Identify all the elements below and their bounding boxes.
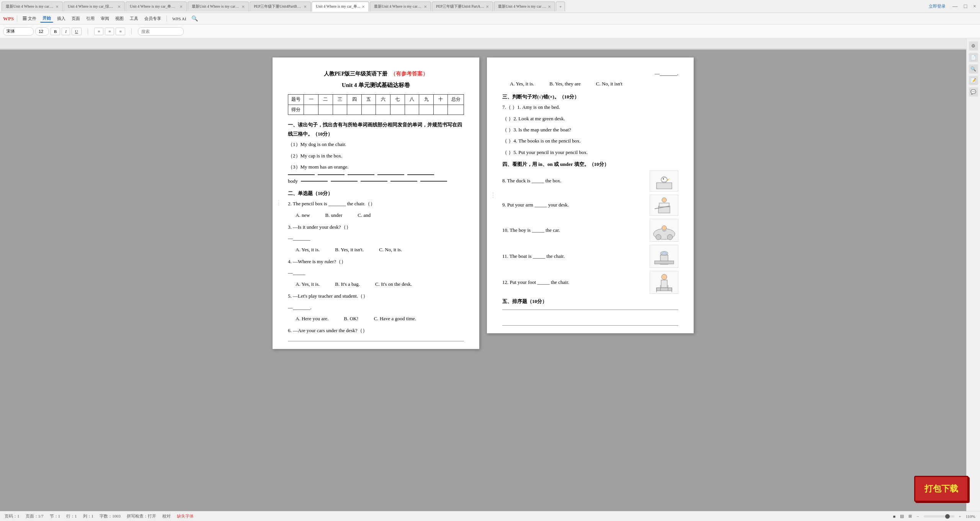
sidebar-icon-1[interactable]: ⚙ [969,41,978,51]
svg-point-10 [656,234,661,240]
document-tab-4[interactable]: PEP三年级下册Unit4PartB双减分...✕ [250,2,311,11]
sidebar-icon-2[interactable]: 📄 [969,53,978,62]
minimize-btn[interactable]: — [950,3,960,10]
score-10 [433,105,448,115]
align-left[interactable]: ≡ [94,28,103,35]
sidebar-icon-4[interactable]: 📝 [969,76,978,85]
menu-tools[interactable]: 工具 [127,15,140,22]
q5-blank: —_______. [288,303,464,312]
q1-item2: （2）My cap is in the box. [288,151,464,160]
menu-insert[interactable]: 插入 [55,15,68,22]
status-row: 行：1 [66,513,77,519]
align-right[interactable]: ≡ [116,28,125,35]
table-header-9: 九 [419,95,434,105]
q11-row: 11. The boat is _____ the chair. [502,245,678,268]
maximize-btn[interactable]: □ [962,3,969,10]
left-page: ⋮ 人教PEP版三年级英语下册 （有参考答案） Unit 4 单元测试基础达标卷… [273,57,479,349]
document-tab-3[interactable]: 最新Unit 4 Where is my car? 单...✕ [188,2,249,11]
q5-choice-c: C. Have a good time. [374,314,416,323]
zoom-out-btn[interactable]: − [916,514,919,519]
table-header-5: 五 [361,95,376,105]
view-icon-1[interactable]: ■ [893,514,896,519]
q5-block: 5. —Let's play teacher and student.（） —_… [288,292,464,323]
menu-vip[interactable]: 会员专享 [142,15,163,22]
toolbar-sep2 [167,16,167,22]
zoom-slider[interactable] [924,515,954,518]
q11-fill-text: 11. The boat is _____ the chair. [502,252,650,260]
close-btn[interactable]: × [971,3,978,10]
q3-text: 3. —Is it under your desk?（） [288,223,464,231]
menu-home[interactable]: 开始 [40,15,53,23]
score-5 [361,105,376,115]
menu-view[interactable]: 视图 [113,15,126,22]
bold-btn[interactable]: B [51,28,60,35]
font-controls: B I U [3,27,82,36]
section3-title: 三、判断句子对(√)错(×)。（10分） [502,92,678,101]
toolbar-sep [17,16,17,22]
q3-choices: A. Yes, it is. B. Yes, it isn't. C. No, … [296,245,464,254]
document-tab-5[interactable]: Unit 4 Where is my car_单...✕ [312,2,369,11]
score-7 [390,105,405,115]
q7-text: 7.（ ）1. Amy is on the bed. [502,103,678,111]
font-size-input[interactable] [35,27,49,36]
add-tab-button[interactable]: + [556,2,565,11]
menu-ref[interactable]: 引用 [84,15,97,22]
q3-choice-b: B. Yes, it isn't. [335,245,364,254]
document-tab-0[interactable]: 最新Unit 4 Where is my car? 单...✕ [2,2,63,11]
svg-point-2 [661,177,667,182]
document-tab-1[interactable]: Unit 4 Where is my car_综合套...✕ [64,2,125,11]
q6-choice-a: A. Yes, it is. [510,79,534,88]
login-btn[interactable]: 立即登录 [929,3,946,9]
score-label: 得分 [288,105,304,115]
menu-file[interactable]: ☰ 文件 [20,15,39,22]
underline-btn[interactable]: U [72,28,82,35]
sidebar-icon-5[interactable]: 💬 [969,87,978,97]
zoom-in-btn[interactable]: + [959,514,961,519]
q2-choice-a: A. new [296,211,310,220]
menu-page[interactable]: 页面 [69,15,82,22]
status-page: 页码：1 [5,513,20,519]
q6-continuation-blank: —_______. [502,69,678,78]
wps-ai-btn[interactable]: WPS AI [170,16,188,22]
score-8 [405,105,419,115]
italic-btn[interactable]: I [62,28,70,35]
table-header-10: 十 [433,95,448,105]
q12-fill-text: 12. Put your foot _____ the chair. [502,278,650,287]
menu-review[interactable]: 审阅 [98,15,111,22]
window-controls[interactable]: 立即登录 — □ × [929,3,978,10]
q8-row: 8. The duck is _____ the box. [502,170,678,192]
status-spell: 拼写检查：打开 [127,513,156,519]
q4-text: 4. —Where is my ruler?（） [288,257,464,266]
q9-fill-text: 9. Put your arm _____ your desk. [502,200,650,209]
search-icon[interactable]: 🔍 [191,15,198,22]
paragraph-controls: ≡ ≡ ≡ [94,28,125,35]
q10-fill-text: 10. The boy is _____ the car. [502,226,650,234]
document-tab-8[interactable]: 最新Unit 4 Where is my car 综...✕ [494,2,555,11]
document-tab-7[interactable]: PEP三年级下册Unit4 PartA双减分...✕ [432,2,493,11]
q1-item1: （1）My dog is on the chair. [288,140,464,149]
ribbon-search[interactable] [138,27,184,36]
q8-fill-text: 8. The duck is _____ the box. [502,176,650,185]
q5-choices: A. Here you are. B. OK! C. Have a good t… [296,314,464,323]
document-tab-6[interactable]: 最新Unit 4 Where is my car? 单...✕ [370,2,431,11]
view-icon-2[interactable]: ▤ [900,514,904,519]
font-name-input[interactable] [3,27,34,36]
q5-text: 5. —Let's play teacher and student.（） [288,292,464,300]
toolbar: WPS ☰ 文件 开始 插入 页面 引用 审阅 视图 工具 会员专享 WPS A… [0,13,980,25]
document-tab-2[interactable]: Unit 4 Where is my car_单元能力...✕ [126,2,187,11]
status-check: 校对 [162,513,171,519]
table-header-1: 一 [304,95,318,105]
svg-point-7 [662,198,666,202]
align-center[interactable]: ≡ [105,28,114,35]
view-icon-3[interactable]: ⊞ [908,514,912,519]
svg-point-12 [662,226,666,230]
q10-illustration [650,219,678,242]
blank-lines-area: body [288,174,464,185]
sidebar-icon-3[interactable]: 🔍 [969,64,978,74]
left-page-title: 人教PEP版三年级英语下册 （有参考答案） [288,69,464,79]
q8-judge: （ ）2. Look at me green desk. [502,114,678,123]
main-content-area: ⋮ 人教PEP版三年级英语下册 （有参考答案） Unit 4 单元测试基础达标卷… [0,50,966,511]
score-4 [347,105,362,115]
download-button[interactable]: 打包下载 [914,476,969,502]
q3-choice-a: A. Yes, it is. [296,245,320,254]
